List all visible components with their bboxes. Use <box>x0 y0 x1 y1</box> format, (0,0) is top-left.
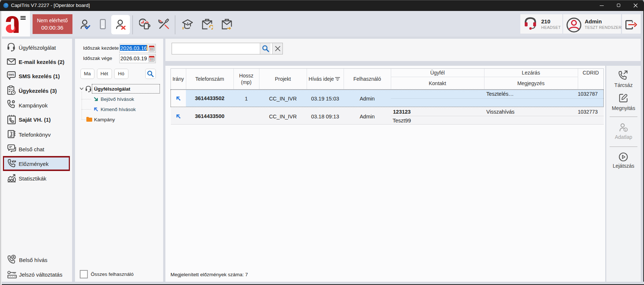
svg-text:SMS: SMS <box>8 73 14 76</box>
